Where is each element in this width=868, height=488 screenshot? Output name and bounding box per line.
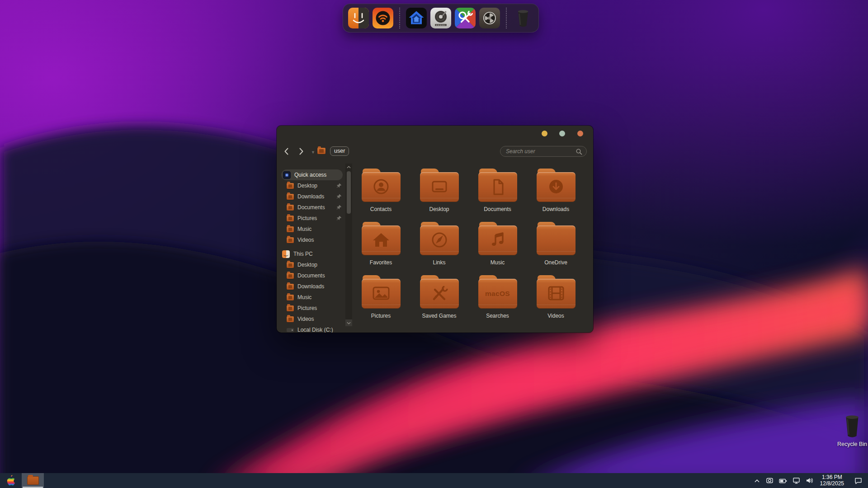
scroll-up-icon[interactable] [345, 164, 352, 170]
developer-tools-icon[interactable] [455, 8, 476, 28]
pin-icon [336, 194, 342, 199]
folder-icon [317, 148, 326, 154]
this-pc-icon [282, 250, 290, 258]
dock [343, 4, 539, 33]
folder-onedrive[interactable]: OneDrive [527, 222, 585, 275]
taskbar-file-explorer-button[interactable] [22, 473, 44, 488]
sidebar-item-downloads[interactable]: Downloads [281, 191, 342, 202]
sidebar-item-label: Pictures [297, 215, 317, 221]
folder-label: Videos [547, 313, 564, 319]
maximize-button[interactable] [559, 131, 565, 136]
sidebar-item-quick-access[interactable]: Quick access [281, 169, 343, 180]
sidebar-item-label: Local Disk (C:) [297, 327, 333, 333]
sidebar-item-pc-videos[interactable]: Videos [281, 314, 342, 324]
recycle-bin[interactable]: Recycle Bin [827, 413, 868, 447]
snip-overlay-icon[interactable] [766, 477, 774, 484]
folder-contacts[interactable]: Contacts [352, 169, 410, 222]
sidebar-item-pc-music[interactable]: Music [281, 292, 342, 303]
download-glyph-icon [546, 178, 566, 196]
compass-glyph-icon [429, 231, 449, 249]
sidebar-item-label: Downloads [297, 283, 324, 290]
folder-desktop[interactable]: Desktop [410, 169, 468, 222]
sidebar-item-this-pc[interactable]: This PC [281, 249, 342, 259]
sidebar-item-label: Videos [297, 316, 314, 322]
sidebar-item-pc-downloads[interactable]: Downloads [281, 281, 342, 292]
scroll-down-icon[interactable] [345, 319, 352, 326]
navigation-bar: ▼ user [277, 143, 593, 160]
scrollbar-thumb[interactable] [347, 171, 351, 214]
finder-icon[interactable] [348, 8, 369, 28]
action-center-icon[interactable] [854, 477, 863, 484]
home-glyph-icon [371, 231, 391, 249]
folder-icon [287, 226, 294, 232]
minimize-button[interactable] [542, 131, 547, 136]
sidebar-item-label: Music [297, 294, 311, 300]
folder-icon [287, 183, 294, 189]
sidebar-item-label: Documents [297, 204, 325, 211]
recycle-bin-icon [842, 413, 863, 440]
forward-button[interactable] [297, 147, 306, 156]
folder-icon [287, 305, 294, 311]
sidebar-item-label: This PC [293, 251, 313, 257]
network-icon[interactable] [793, 477, 800, 484]
folder-documents[interactable]: Documents [468, 169, 527, 222]
film-glyph-icon [546, 285, 566, 303]
trash-icon[interactable] [513, 8, 533, 28]
drive-icon [287, 328, 294, 332]
sidebar-item-pc-documents[interactable]: Documents [281, 270, 342, 281]
sidebar-item-label: Downloads [297, 193, 324, 200]
folder-links[interactable]: Links [410, 222, 468, 275]
pin-icon [336, 183, 342, 188]
sidebar-item-label: Desktop [297, 183, 317, 189]
search-box[interactable] [500, 146, 587, 157]
sidebar-item-desktop[interactable]: Desktop [281, 180, 342, 191]
home-app-icon[interactable] [406, 8, 427, 28]
disk-utility-icon[interactable] [430, 8, 451, 28]
sidebar-item-music[interactable]: Music [281, 224, 342, 235]
quick-access-icon [283, 171, 291, 179]
folder-icon [287, 273, 294, 279]
back-button[interactable] [282, 147, 291, 156]
folder-label: Links [433, 259, 445, 266]
sidebar-item-pc-desktop[interactable]: Desktop [281, 259, 342, 270]
search-input[interactable] [506, 148, 577, 155]
folder-searches[interactable]: macOS Searches [468, 275, 527, 328]
folder-downloads[interactable]: Downloads [527, 169, 585, 222]
sidebar-item-pc-pictures[interactable]: Pictures [281, 303, 342, 314]
folder-pictures[interactable]: Pictures [352, 275, 410, 328]
sidebar-item-local-disk[interactable]: Local Disk (C:) [281, 324, 342, 333]
start-button[interactable] [0, 473, 22, 488]
sidebar-item-pictures[interactable]: Pictures [281, 213, 342, 224]
search-icon[interactable] [576, 148, 583, 155]
folder-icon [287, 205, 294, 211]
system-tray: 1:36 PM 12/8/2025 [754, 473, 868, 488]
hidden-icons-chevron-icon[interactable] [754, 478, 760, 483]
folder-music[interactable]: Music [468, 222, 527, 275]
wifi-app-icon[interactable] [373, 8, 393, 28]
folder-icon [287, 295, 294, 300]
sidebar-item-documents[interactable]: Documents [281, 202, 342, 213]
taskbar-clock[interactable]: 1:36 PM 12/8/2025 [819, 474, 845, 487]
folder-label: Saved Games [422, 313, 456, 319]
pin-icon [336, 205, 342, 210]
file-explorer-window: ▼ user Quick access Desktop [277, 126, 593, 333]
desktop-root: ▼ user Quick access Desktop [0, 0, 868, 488]
folder-saved-games[interactable]: Saved Games [410, 275, 468, 328]
folder-label: Downloads [542, 206, 569, 212]
clock-time: 1:36 PM [820, 474, 844, 481]
close-button[interactable] [577, 131, 583, 136]
volume-icon[interactable] [806, 477, 814, 484]
folder-icon [287, 216, 294, 221]
sidebar-item-label: Desktop [297, 262, 317, 268]
address-folder-icon[interactable] [317, 148, 326, 154]
address-breadcrumb[interactable]: user [330, 146, 349, 156]
battery-icon[interactable] [779, 478, 787, 484]
explorer-folder-icon [27, 476, 39, 485]
folder-favorites[interactable]: Favorites [352, 222, 410, 275]
system-settings-icon[interactable] [479, 8, 500, 28]
recent-locations-dropdown-icon[interactable]: ▼ [311, 150, 315, 155]
folder-videos[interactable]: Videos [527, 275, 585, 328]
sidebar-item-videos[interactable]: Videos [281, 235, 342, 245]
music-note-glyph-icon [488, 231, 508, 249]
sidebar-scrollbar[interactable] [345, 164, 352, 326]
